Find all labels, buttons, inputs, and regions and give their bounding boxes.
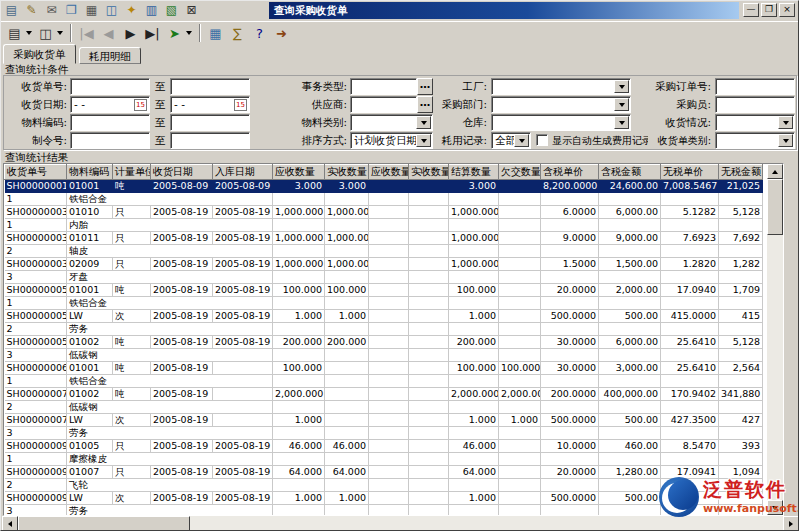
- scroll-up-button[interactable]: [767, 164, 783, 179]
- dropdown-arrow-icon[interactable]: [614, 80, 629, 93]
- exit-button[interactable]: ➜: [271, 23, 292, 43]
- column-header-price-with-tax[interactable]: 含税单价: [541, 165, 599, 180]
- dropdown-arrow-icon[interactable]: [57, 31, 63, 35]
- calendar-picker-icon[interactable]: 15: [234, 99, 247, 111]
- sum-button[interactable]: ∑: [227, 23, 248, 43]
- warehouse-select[interactable]: [491, 114, 631, 131]
- table-row[interactable]: SH00000007LW次2005-08-191.0001.0001.00050…: [5, 414, 763, 427]
- column-header-stockin-date[interactable]: 入库日期: [213, 165, 273, 180]
- material-name-row[interactable]: 2低碳钢: [5, 401, 763, 414]
- mail-icon[interactable]: ✉: [43, 2, 60, 18]
- table-row[interactable]: SH0000000501001吨2005-08-192005-08-19100.…: [5, 284, 763, 297]
- dropdown-arrow-icon[interactable]: [514, 134, 529, 147]
- receipt-no-to-input[interactable]: [170, 78, 250, 95]
- horizontal-scrollbar[interactable]: [2, 516, 799, 531]
- table-row[interactable]: SH0000000101001吨2005-08-092005-08-093.00…: [5, 180, 763, 193]
- material-name-row[interactable]: 1铁铝合金: [5, 297, 763, 310]
- vertical-scrollbar[interactable]: [767, 164, 783, 515]
- material-code-from-input[interactable]: [70, 114, 150, 131]
- receipt-no-from-input[interactable]: [70, 78, 150, 95]
- buyer-input[interactable]: [715, 96, 795, 113]
- close-button[interactable]: ×: [779, 3, 795, 17]
- edit-icon[interactable]: ✎: [23, 2, 40, 18]
- dropdown-arrow-icon[interactable]: [778, 134, 793, 147]
- copy-icon[interactable]: ❐: [63, 2, 80, 18]
- material-name-row[interactable]: 1铁铝合金: [5, 375, 763, 388]
- receipt-date-from-input[interactable]: - -15: [70, 96, 150, 113]
- column-header-unit[interactable]: 计量单位: [113, 165, 151, 180]
- material-name-row[interactable]: 3牙盘: [5, 271, 763, 284]
- last-record-button[interactable]: ▶|: [142, 23, 163, 43]
- column-header-qty-received[interactable]: 实收数量: [325, 165, 369, 180]
- dropdown-arrow-icon[interactable]: [416, 116, 431, 129]
- tools-icon[interactable]: ✦: [123, 2, 140, 18]
- material-code-to-input[interactable]: [170, 114, 250, 131]
- execute-button[interactable]: ➤: [164, 23, 194, 43]
- table-row[interactable]: SH0000000302009只2005-08-192005-08-191,00…: [5, 258, 763, 271]
- material-name-row[interactable]: 2轴皮: [5, 245, 763, 258]
- txn-type-input[interactable]: [350, 78, 417, 95]
- receipt-status-select[interactable]: [715, 114, 795, 131]
- material-name-row[interactable]: 3劳务: [5, 427, 763, 440]
- column-header-qty-due-aux[interactable]: 应收数量(辅): [369, 165, 409, 180]
- material-name-row[interactable]: 3劳务: [5, 505, 763, 517]
- tab-consumption-detail[interactable]: 耗用明细: [79, 47, 141, 64]
- material-category-select[interactable]: [350, 114, 433, 131]
- work-order-to-input[interactable]: [170, 132, 250, 149]
- column-header-material-code[interactable]: 物料编码: [67, 165, 113, 180]
- table-row[interactable]: SH00000009LW次2005-08-192005-08-191.0001.…: [5, 492, 763, 505]
- column-header-receipt-date[interactable]: 收货日期: [151, 165, 213, 180]
- consume-record-select[interactable]: 全部: [491, 132, 531, 149]
- close-form-icon[interactable]: ⊠: [183, 2, 200, 18]
- dropdown-arrow-icon[interactable]: [614, 116, 629, 129]
- po-no-input[interactable]: [715, 78, 795, 95]
- tab-purchase-receipt[interactable]: 采购收货单: [3, 44, 76, 64]
- column-header-receipt-no[interactable]: 收货单号: [5, 165, 67, 180]
- supplier-input[interactable]: [350, 96, 417, 113]
- table-row[interactable]: SH0000000601001吨2005-08-19100.000100.000…: [5, 362, 763, 375]
- column-header-price-no-tax[interactable]: 无税单价: [661, 165, 719, 180]
- receipt-date-to-input[interactable]: - -15: [170, 96, 250, 113]
- table-row[interactable]: SH0000000701002吨2005-08-192,000.0002,000…: [5, 388, 763, 401]
- sort-mode-select[interactable]: 计划收货日期: [350, 132, 433, 149]
- dropdown-arrow-icon[interactable]: [614, 98, 629, 111]
- print-button[interactable]: ▤: [4, 23, 34, 43]
- column-header-amount-with-tax[interactable]: 含税金额: [599, 165, 661, 180]
- work-order-from-input[interactable]: [70, 132, 150, 149]
- calendar-icon[interactable]: ▥: [143, 2, 160, 18]
- receipt-category-select[interactable]: [715, 132, 795, 149]
- purchase-dept-select[interactable]: [491, 96, 631, 113]
- chart-icon[interactable]: ▧: [163, 2, 180, 18]
- calendar-picker-icon[interactable]: 15: [134, 99, 147, 111]
- table-row[interactable]: SH0000000301011只2005-08-192005-08-191,00…: [5, 232, 763, 245]
- material-name-row[interactable]: 1铁铝合金: [5, 193, 763, 206]
- horizontal-scroll-thumb[interactable]: [18, 516, 190, 531]
- column-header-qty-owed[interactable]: 欠交数量: [499, 165, 541, 180]
- table-row[interactable]: SH0000000901005只2005-08-192005-08-1946.0…: [5, 440, 763, 453]
- next-record-button[interactable]: ▶: [120, 23, 141, 43]
- results-table[interactable]: 收货单号物料编码计量单位收货日期入库日期应收数量实收数量应收数量(辅)实收数量(…: [4, 164, 763, 516]
- auto-fee-checkbox[interactable]: [536, 134, 548, 146]
- dropdown-arrow-icon[interactable]: [26, 31, 32, 35]
- table-row[interactable]: SH0000000501002吨2005-08-192005-08-19200.…: [5, 336, 763, 349]
- layout-button[interactable]: ▦: [205, 23, 226, 43]
- column-header-qty-settled[interactable]: 结算数量: [449, 165, 499, 180]
- material-name-row[interactable]: 1摩擦橡皮: [5, 453, 763, 466]
- help-button[interactable]: ?: [249, 23, 270, 43]
- column-header-qty-due[interactable]: 应收数量: [273, 165, 325, 180]
- restore-button[interactable]: ❐: [761, 3, 777, 17]
- material-name-row[interactable]: 2飞轮: [5, 479, 763, 492]
- report-icon[interactable]: ▤: [3, 2, 20, 18]
- dropdown-arrow-icon[interactable]: [778, 116, 793, 129]
- factory-select[interactable]: [491, 78, 631, 95]
- scroll-left-button[interactable]: [2, 516, 18, 531]
- table-row[interactable]: SH00000005LW次2005-08-192005-08-191.0001.…: [5, 310, 763, 323]
- calculator-icon[interactable]: ▦: [83, 2, 100, 18]
- material-name-row[interactable]: 3低碳钢: [5, 349, 763, 362]
- preview-button[interactable]: ◫: [35, 23, 65, 43]
- child-window-titlebar[interactable]: 查询采购收货单: [269, 2, 739, 19]
- browse-icon[interactable]: ◫: [103, 2, 120, 18]
- material-name-row[interactable]: 1内胎: [5, 219, 763, 232]
- dropdown-arrow-icon[interactable]: [186, 31, 192, 35]
- table-row[interactable]: SH0000000901007只2005-08-192005-08-1964.0…: [5, 466, 763, 479]
